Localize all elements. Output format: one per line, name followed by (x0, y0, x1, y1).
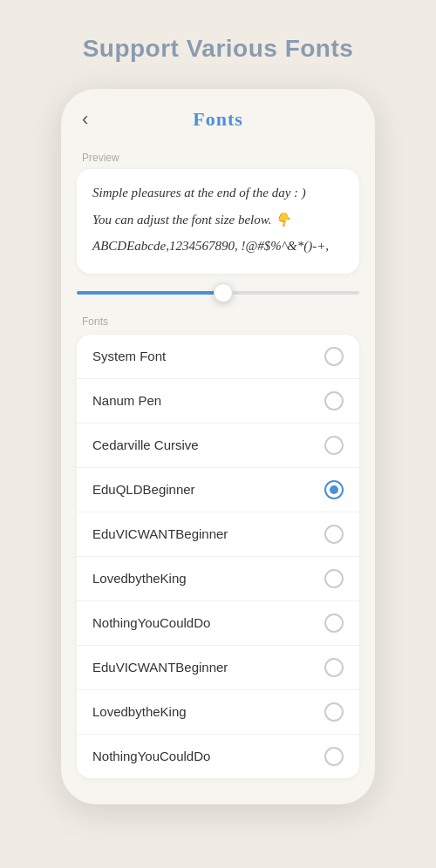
preview-line-3: ABCDEabcde,1234567890, !@#$%^&*()-+, (92, 236, 344, 256)
font-name-eduvic2: EduVICWANTBeginner (92, 660, 228, 675)
fonts-section-label: Fonts (82, 315, 354, 328)
phone-frame: ‹ Fonts Preview Simple pleasures at the … (61, 89, 375, 804)
font-item-eduvic1[interactable]: EduVICWANTBeginner (77, 512, 359, 557)
font-name-eduvic1: EduVICWANTBeginner (92, 526, 228, 541)
header-title: Fonts (193, 108, 243, 131)
font-name-nothing2: NothingYouCouldDo (92, 749, 210, 763)
slider-thumb[interactable] (214, 283, 233, 302)
font-name-nothing1: NothingYouCouldDo (92, 615, 210, 630)
phone-header: ‹ Fonts (61, 89, 375, 139)
font-name-nanum: Nanum Pen (92, 393, 161, 408)
radio-eduvic1[interactable] (324, 525, 344, 544)
font-item-eduqld[interactable]: EduQLDBeginner (77, 468, 359, 512)
font-item-lovedking1[interactable]: LovedbytheKing (77, 557, 359, 601)
preview-box: Simple pleasures at the end of the day :… (77, 169, 359, 274)
font-item-cedarville[interactable]: Cedarville Cursive (77, 424, 359, 468)
slider-track (77, 291, 359, 295)
font-list: System Font Nanum Pen Cedarville Cursive… (77, 335, 359, 778)
radio-lovedking1[interactable] (324, 569, 344, 588)
font-item-nothing1[interactable]: NothingYouCouldDo (77, 601, 359, 646)
radio-nanum[interactable] (324, 391, 344, 410)
font-name-system: System Font (92, 349, 166, 363)
font-item-nothing2[interactable]: NothingYouCouldDo (77, 735, 359, 778)
font-name-lovedking2: LovedbytheKing (92, 704, 187, 719)
radio-eduqld[interactable] (324, 480, 344, 499)
font-name-cedarville: Cedarville Cursive (92, 437, 199, 452)
preview-section-label: Preview (82, 152, 354, 164)
radio-nothing2[interactable] (324, 747, 344, 766)
radio-selected-indicator (330, 485, 338, 494)
radio-eduvic2[interactable] (324, 658, 344, 677)
font-item-eduvic2[interactable]: EduVICWANTBeginner (77, 646, 359, 690)
back-button[interactable]: ‹ (82, 108, 88, 131)
font-name-lovedking1: LovedbytheKing (92, 571, 187, 586)
radio-nothing1[interactable] (324, 614, 344, 633)
page-title: Support Various Fonts (83, 35, 354, 63)
font-name-eduqld: EduQLDBeginner (92, 482, 195, 497)
font-item-system[interactable]: System Font (77, 335, 359, 379)
radio-system[interactable] (324, 347, 344, 366)
font-item-lovedking2[interactable]: LovedbytheKing (77, 690, 359, 735)
radio-cedarville[interactable] (324, 436, 344, 455)
font-item-nanum[interactable]: Nanum Pen (77, 379, 359, 424)
preview-line-1: Simple pleasures at the end of the day :… (92, 183, 344, 203)
font-size-slider[interactable] (77, 288, 359, 298)
preview-line-2: You can adjust the font size below. 👇 (92, 210, 344, 230)
slider-fill (77, 291, 223, 295)
radio-lovedking2[interactable] (324, 702, 344, 722)
